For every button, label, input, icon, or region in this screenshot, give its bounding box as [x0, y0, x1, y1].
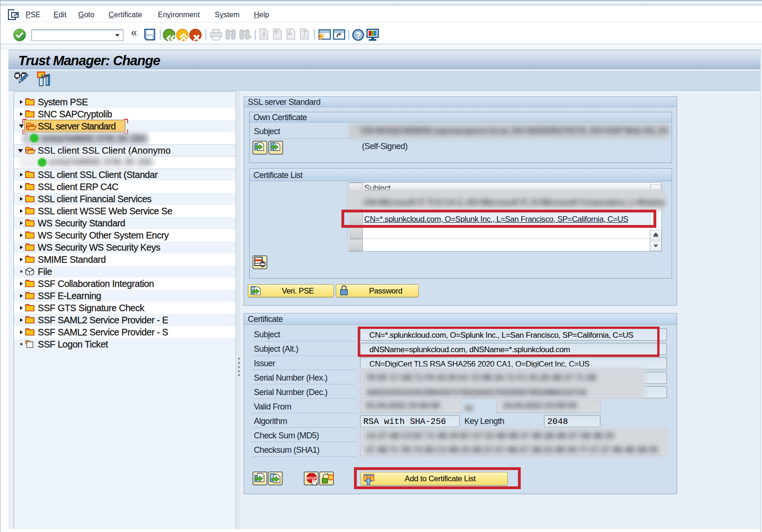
svg-text:STOP: STOP	[307, 476, 316, 480]
svg-text:?: ?	[355, 30, 361, 41]
